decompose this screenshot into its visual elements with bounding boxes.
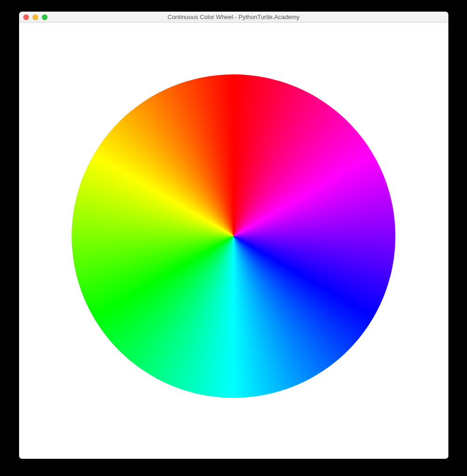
window-titlebar[interactable]: Continuous Color Wheel - PythonTurtle.Ac…: [19, 12, 448, 23]
window-title: Continuous Color Wheel - PythonTurtle.Ac…: [19, 13, 448, 20]
maximize-button[interactable]: [42, 14, 47, 20]
color-wheel: [72, 74, 395, 398]
turtle-canvas: [19, 23, 448, 459]
minimize-button[interactable]: [33, 14, 38, 20]
traffic-lights: [23, 14, 47, 20]
app-window: Continuous Color Wheel - PythonTurtle.Ac…: [19, 12, 448, 459]
close-button[interactable]: [23, 14, 29, 20]
